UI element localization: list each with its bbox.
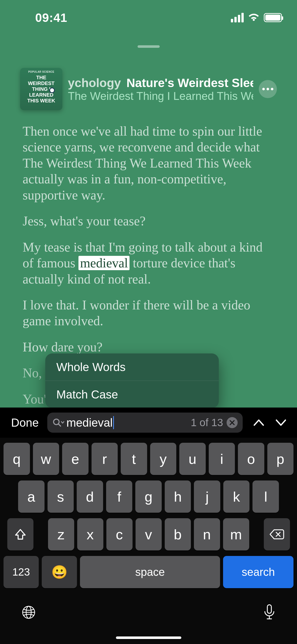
key-k[interactable]: k (223, 480, 250, 513)
search-icon[interactable] (52, 418, 64, 428)
artwork-publisher: POPULAR SCIENCE (28, 70, 54, 73)
whole-words-option[interactable]: Whole Words (45, 353, 219, 381)
search-key[interactable]: search (223, 556, 293, 588)
episode-title-left-fragment: ychology (68, 76, 121, 90)
battery-icon (264, 13, 282, 22)
search-highlight: medieval (78, 256, 130, 270)
key-v[interactable]: v (136, 518, 162, 550)
key-r[interactable]: r (92, 443, 118, 475)
text-caret (113, 416, 114, 429)
previous-result-button[interactable] (253, 418, 265, 428)
next-result-button[interactable] (275, 418, 287, 428)
backspace-key[interactable] (264, 518, 290, 550)
search-input[interactable]: medieval (66, 416, 189, 429)
svg-rect-5 (267, 605, 271, 613)
key-x[interactable]: x (77, 518, 103, 550)
sheet-grabber[interactable] (138, 45, 160, 48)
key-q[interactable]: q (4, 443, 30, 475)
key-w[interactable]: w (33, 443, 59, 475)
artwork-line: LEARNED (29, 92, 54, 98)
artwork-line: WEIRDEST (28, 80, 55, 86)
key-j[interactable]: j (194, 480, 220, 513)
artwork-eye-icon (49, 88, 55, 93)
episode-title-right-fragment: Nature's Weirdest Sleep (126, 76, 253, 90)
key-u[interactable]: u (179, 443, 206, 475)
more-button[interactable] (259, 80, 277, 98)
search-options-popover: Whole Words Match Case (45, 353, 219, 408)
transcript-paragraph: Jess, what's your tease? (23, 213, 274, 229)
key-n[interactable]: n (194, 518, 220, 550)
key-p[interactable]: p (267, 443, 294, 475)
cellular-icon (231, 13, 244, 22)
dictation-key[interactable] (263, 604, 276, 622)
key-o[interactable]: o (238, 443, 264, 475)
space-key[interactable]: space (80, 556, 220, 588)
keyboard-row-1: qwertyuiop (4, 443, 293, 475)
keyboard-row-4: 123 😀 space search (4, 556, 293, 588)
status-time: 09:41 (35, 11, 67, 25)
key-g[interactable]: g (135, 480, 162, 513)
wifi-icon (248, 13, 259, 22)
match-case-option[interactable]: Match Case (45, 381, 219, 408)
status-indicators (231, 13, 282, 22)
search-result-count: 1 of 13 (191, 417, 223, 429)
home-indicator[interactable] (116, 636, 181, 639)
artwork-line: THING I (32, 86, 50, 92)
key-s[interactable]: s (48, 480, 74, 513)
key-e[interactable]: e (62, 443, 89, 475)
globe-key[interactable] (21, 605, 36, 621)
episode-titles[interactable]: ychology Nature's Weirdest Sleep E The W… (68, 76, 253, 102)
key-h[interactable]: h (165, 480, 191, 513)
search-field[interactable]: medieval 1 of 13 (47, 413, 243, 433)
status-bar: 09:41 (0, 0, 297, 35)
key-d[interactable]: d (77, 480, 103, 513)
transcript-paragraph: My tease is that I'm going to talk about… (23, 239, 274, 287)
key-y[interactable]: y (150, 443, 177, 475)
search-query-text: medieval (66, 416, 113, 429)
now-playing-header: POPULAR SCIENCE THE WEIRDEST THING I LEA… (0, 68, 297, 110)
keyboard-row-2: asdfghjkl (4, 480, 293, 513)
key-f[interactable]: f (106, 480, 133, 513)
transcript-paragraph: How dare you? (23, 339, 274, 355)
podcast-artwork[interactable]: POPULAR SCIENCE THE WEIRDEST THING I LEA… (20, 68, 62, 110)
key-t[interactable]: t (121, 443, 147, 475)
keyboard-row-3: zxcvbnm (4, 518, 293, 550)
key-z[interactable]: z (48, 518, 74, 550)
done-button[interactable]: Done (8, 416, 42, 429)
artwork-line: THIS WEEK (27, 98, 55, 104)
key-a[interactable]: a (18, 480, 45, 513)
clear-search-button[interactable] (227, 417, 238, 428)
numbers-key[interactable]: 123 (4, 556, 39, 588)
transcript-paragraph: I love that. I wonder if there will be a… (23, 297, 274, 329)
shift-key[interactable] (7, 518, 33, 550)
keyboard: qwertyuiop asdfghjkl zxcvbnm 123 😀 space… (0, 438, 297, 644)
key-i[interactable]: i (209, 443, 235, 475)
svg-line-1 (59, 424, 61, 426)
key-l[interactable]: l (252, 480, 279, 513)
find-bar: Done medieval 1 of 13 (0, 408, 297, 438)
podcast-subtitle: The Weirdest Thing I Learned This Wee (68, 90, 253, 102)
transcript-paragraph: Then once we've all had time to spin our… (23, 123, 274, 203)
key-b[interactable]: b (165, 518, 191, 550)
artwork-line: THE (36, 75, 46, 80)
key-m[interactable]: m (223, 518, 249, 550)
emoji-key[interactable]: 😀 (42, 556, 77, 588)
key-c[interactable]: c (106, 518, 133, 550)
